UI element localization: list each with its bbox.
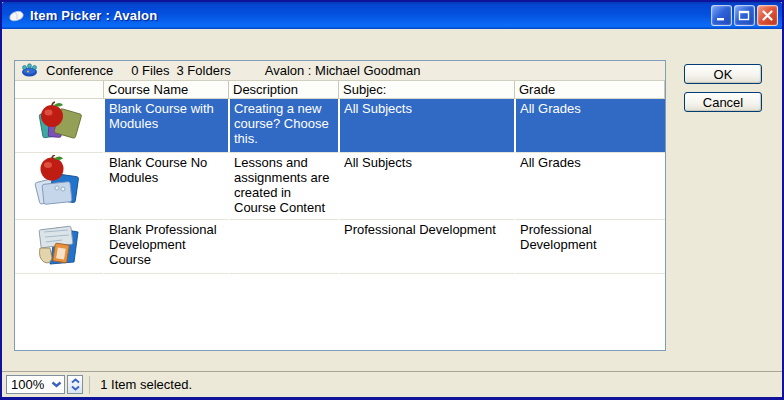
column-header-subject[interactable]: Subjec: — [338, 81, 514, 99]
cell-course-name: Blank Course No Modules — [103, 153, 228, 220]
server-user-label: Avalon : Michael Goodman — [265, 63, 421, 78]
maximize-button-icon[interactable] — [734, 5, 755, 26]
item-picker-window: Item Picker : Avalon — [0, 0, 784, 400]
cell-subject: Professional Development — [338, 220, 514, 274]
status-divider — [89, 376, 90, 394]
cell-description: Lessons and assignments are created in C… — [228, 153, 338, 220]
item-list-panel: Conference 0 Files 3 Folders Avalon : Mi… — [14, 60, 666, 351]
cell-grade: Professional Development — [514, 220, 665, 274]
course-icon-cell — [15, 153, 103, 220]
minimize-button-icon[interactable] — [711, 5, 732, 26]
cell-course-name: Blank Professional Development Course — [103, 220, 228, 274]
cancel-button[interactable]: Cancel — [684, 92, 762, 112]
chevron-up-icon — [71, 378, 80, 384]
column-header-grade[interactable]: Grade — [514, 81, 665, 99]
conference-people-icon — [21, 63, 38, 78]
column-header-icon — [15, 81, 103, 99]
table-row-blank-course-no-modules[interactable]: Blank Course No Modules Lessons and assi… — [15, 153, 665, 220]
zoom-level-dropdown[interactable]: 100% — [6, 375, 65, 394]
table-row-blank-course-with-modules[interactable]: Blank Course with Modules Creating a new… — [15, 99, 665, 153]
scope-label: Conference — [46, 63, 113, 78]
course-table: Course Name Description Subjec: Grade — [15, 81, 665, 274]
chevron-down-icon — [48, 376, 64, 393]
zoom-level-value: 100% — [7, 377, 48, 392]
cell-description — [228, 220, 338, 274]
cell-course-name: Blank Course with Modules — [103, 99, 228, 153]
cell-grade: All Grades — [514, 153, 665, 220]
course-icon-cell — [15, 220, 103, 274]
ok-button[interactable]: OK — [684, 64, 762, 84]
zoom-stepper[interactable] — [67, 375, 83, 394]
folders-count: 3 Folders — [177, 63, 231, 78]
status-bar: 100% 1 Item selected. — [2, 371, 782, 397]
window-title: Item Picker : Avalon — [30, 8, 157, 23]
table-header-row: Course Name Description Subjec: Grade — [15, 81, 665, 99]
apple-papers-course-icon — [31, 201, 87, 216]
title-bar: Item Picker : Avalon — [2, 2, 782, 29]
selection-status-text: 1 Item selected. — [100, 377, 192, 392]
window-page-icon — [8, 8, 25, 24]
column-header-course-name[interactable]: Course Name — [103, 81, 228, 99]
table-row-blank-professional-development-course[interactable]: Blank Professional Development Course Pr… — [15, 220, 665, 274]
location-info-bar: Conference 0 Files 3 Folders Avalon : Mi… — [15, 61, 665, 81]
chevron-down-icon — [71, 385, 80, 391]
files-count: 0 Files — [131, 63, 169, 78]
column-header-description[interactable]: Description — [228, 81, 338, 99]
apple-folders-course-icon — [33, 135, 85, 150]
course-icon-cell — [15, 99, 103, 153]
cell-subject: All Subjects — [338, 153, 514, 220]
cell-description: Creating a new course? Choose this. — [228, 99, 338, 153]
cell-grade: All Grades — [514, 99, 665, 153]
close-button-icon[interactable] — [757, 5, 778, 26]
cell-subject: All Subjects — [338, 99, 514, 153]
map-notepad-course-icon — [32, 256, 86, 271]
